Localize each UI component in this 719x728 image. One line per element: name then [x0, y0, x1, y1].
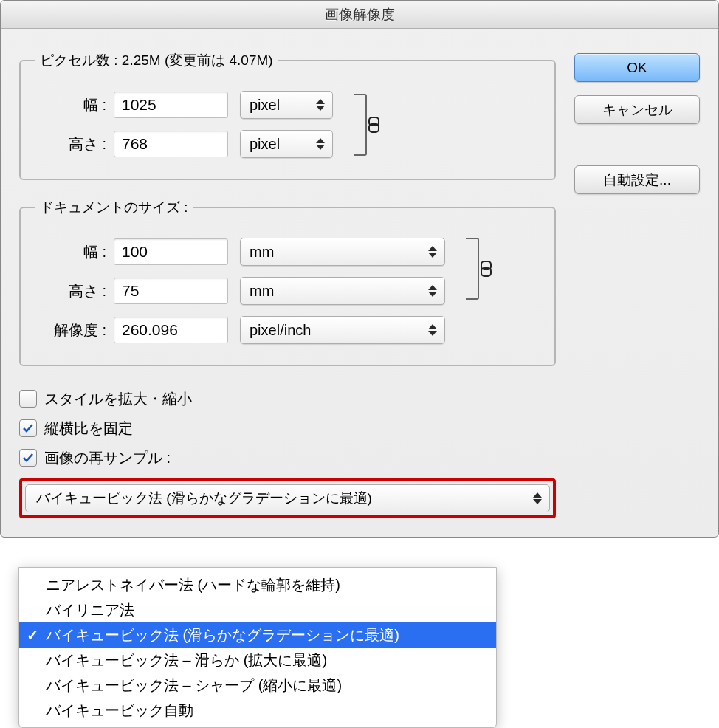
menu-item-bicubic-sharp[interactable]: バイキュービック法 – シャープ (縮小に最適): [19, 673, 496, 698]
main-column: ピクセル数 : 2.25M (変更前は 4.07M) 幅 : pixel: [19, 51, 556, 518]
doc-resolution-input[interactable]: [114, 317, 228, 343]
resample-method-select[interactable]: バイキュービック法 (滑らかなグラデーションに最適): [25, 484, 550, 512]
doc-width-input[interactable]: [114, 238, 228, 265]
cancel-button[interactable]: キャンセル: [574, 95, 700, 124]
constrain-proportions-checkbox[interactable]: [19, 419, 37, 437]
constrain-proportions-label: 縦横比を固定: [44, 419, 133, 439]
menu-item-bicubic[interactable]: バイキュービック法 (滑らかなグラデーションに最適): [19, 622, 496, 648]
menu-item-nearest[interactable]: ニアレストネイバー法 (ハードな輪郭を維持): [19, 572, 496, 597]
menu-item-bilinear[interactable]: バイリニア法: [19, 597, 496, 622]
resample-image-checkbox[interactable]: [19, 449, 37, 467]
doc-height-input[interactable]: [114, 278, 228, 304]
document-size-legend: ドキュメントのサイズ :: [35, 198, 193, 217]
doc-resolution-unit-value: pixel/inch: [250, 322, 311, 339]
pixel-link-indicator: [343, 91, 377, 159]
pixel-dimensions-group: ピクセル数 : 2.25M (変更前は 4.07M) 幅 : pixel: [19, 51, 556, 180]
options-checks: スタイルを拡大・縮小 縦横比を固定 画像の再サンプル :: [19, 384, 556, 473]
link-icon: [367, 117, 380, 133]
resample-method-value: バイキュービック法 (滑らかなグラデーションに最適): [36, 489, 372, 508]
pixel-width-input[interactable]: [114, 92, 228, 118]
dialog-body: ピクセル数 : 2.25M (変更前は 4.07M) 幅 : pixel: [1, 29, 718, 537]
pixel-height-label: 高さ :: [35, 134, 106, 154]
resample-image-label: 画像の再サンプル :: [44, 448, 171, 468]
resample-method-menu: ニアレストネイバー法 (ハードな輪郭を維持) バイリニア法 バイキュービック法 …: [18, 567, 497, 728]
dialog-title: 画像解像度: [1, 1, 718, 29]
doc-resolution-label: 解像度 :: [35, 320, 106, 340]
doc-height-label: 高さ :: [35, 281, 106, 301]
doc-height-unit-value: mm: [250, 283, 274, 300]
doc-resolution-unit-select[interactable]: pixel/inch: [240, 316, 445, 344]
stepper-icon: [425, 319, 440, 341]
stepper-icon: [425, 280, 440, 302]
link-icon: [479, 261, 492, 277]
pixel-dimensions-legend: ピクセル数 : 2.25M (変更前は 4.07M): [35, 51, 278, 70]
scale-styles-label: スタイルを拡大・縮小: [44, 389, 192, 409]
pixel-width-unit-value: pixel: [250, 97, 280, 114]
document-size-group: ドキュメントのサイズ : 幅 : mm: [19, 198, 556, 366]
stepper-icon: [313, 94, 328, 116]
doc-width-unit-value: mm: [250, 244, 274, 261]
doc-width-label: 幅 :: [35, 242, 106, 262]
doc-link-indicator: [455, 232, 489, 306]
dialog-image-size: 画像解像度 ピクセル数 : 2.25M (変更前は 4.07M) 幅 : pix…: [0, 0, 719, 538]
menu-item-bicubic-auto[interactable]: バイキュービック自動: [19, 698, 496, 723]
doc-width-unit-select[interactable]: mm: [240, 238, 445, 266]
pixel-height-input[interactable]: [114, 131, 228, 157]
doc-height-unit-select[interactable]: mm: [240, 277, 445, 305]
stepper-icon: [313, 133, 328, 155]
stepper-icon: [425, 241, 440, 263]
stepper-icon: [530, 487, 545, 509]
pixel-height-unit-value: pixel: [250, 136, 280, 153]
ok-button[interactable]: OK: [574, 53, 700, 82]
auto-button[interactable]: 自動設定...: [574, 165, 700, 194]
scale-styles-checkbox[interactable]: [19, 390, 37, 408]
resample-method-highlight: バイキュービック法 (滑らかなグラデーションに最適): [19, 478, 556, 518]
menu-item-bicubic-smooth[interactable]: バイキュービック法 – 滑らか (拡大に最適): [19, 648, 496, 673]
pixel-width-unit-select[interactable]: pixel: [240, 91, 333, 119]
side-buttons: OK キャンセル 自動設定...: [574, 51, 700, 194]
pixel-height-unit-select[interactable]: pixel: [240, 130, 333, 158]
pixel-width-label: 幅 :: [35, 95, 106, 115]
